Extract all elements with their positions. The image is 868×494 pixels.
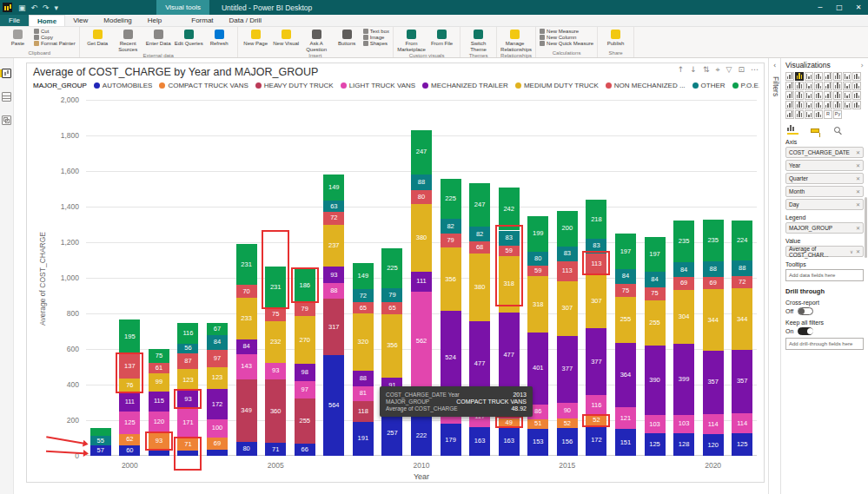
visual-type-icon[interactable] xyxy=(814,82,823,90)
tab-view[interactable]: View xyxy=(65,15,96,26)
visual-type-icon[interactable] xyxy=(833,82,842,90)
visual-type-icon[interactable] xyxy=(795,91,804,100)
tab-home[interactable]: Home xyxy=(29,15,65,26)
visual-type-icon[interactable] xyxy=(852,101,861,109)
ribbon-item-new-page[interactable]: New Page xyxy=(242,29,270,47)
remove-field-icon[interactable]: ✕ xyxy=(856,225,860,231)
field-chip[interactable]: Year✕ xyxy=(785,160,864,171)
visual-type-icon[interactable] xyxy=(843,72,851,81)
ribbon-item-buttons[interactable]: Buttons xyxy=(333,29,361,47)
visual-type-icon[interactable] xyxy=(852,91,861,100)
ribbon-item-manage-relationships[interactable]: Manage Relationships xyxy=(500,29,529,52)
remove-field-icon[interactable]: ✕ xyxy=(856,248,860,254)
visual-type-icon[interactable] xyxy=(852,72,861,81)
expand-next-level-icon[interactable]: ⇅ xyxy=(703,65,710,75)
bar-segment[interactable] xyxy=(207,450,228,456)
bar-2001[interactable]: 93120115996175 xyxy=(149,100,169,456)
visual-type-icon[interactable] xyxy=(843,101,851,109)
bar-2017[interactable]: 1511213642557584197 xyxy=(615,100,636,456)
field-chip[interactable]: Quarter✕ xyxy=(785,173,864,184)
ribbon-item-copy[interactable]: Copy xyxy=(34,35,76,40)
filter-icon[interactable]: ▽ xyxy=(726,65,732,75)
more-options-icon[interactable]: ⋯ xyxy=(751,65,759,75)
field-chip[interactable]: Month✕ xyxy=(785,186,864,197)
redo-icon[interactable]: ↷ xyxy=(43,3,50,12)
legend-item[interactable]: LIGHT TRUCK VANS xyxy=(341,82,415,89)
ribbon-item-new-visual[interactable]: New Visual xyxy=(272,29,301,47)
collapse-pane-icon[interactable]: › xyxy=(861,61,864,69)
visual-type-icon[interactable] xyxy=(805,110,813,119)
visual-type-icon[interactable] xyxy=(814,91,823,100)
ribbon-item-enter-data[interactable]: Enter Data xyxy=(144,29,173,47)
ribbon-item-text-box[interactable]: Text box xyxy=(363,29,389,34)
visual-type-icon[interactable] xyxy=(833,101,842,109)
ribbon-item-from-marketplace[interactable]: From Marketplace xyxy=(397,29,426,52)
bar-2003[interactable]: 69100172123978467 xyxy=(207,100,228,456)
remove-field-icon[interactable]: ✕ xyxy=(856,162,860,168)
pin-visual-icon[interactable]: ⌖ xyxy=(715,65,719,75)
ribbon-item-shapes[interactable]: Shapes xyxy=(363,41,389,46)
visual-type-icon[interactable] xyxy=(843,82,851,90)
ribbon-item-edit-queries[interactable]: Edit Queries xyxy=(175,29,203,47)
visual-type-icon[interactable] xyxy=(795,101,804,109)
stacked-column-chart-visual[interactable]: ↑↓⇅⌖▽⊡⋯ Average of COST_CHARGE by Year a… xyxy=(26,63,765,483)
visual-type-icon[interactable] xyxy=(805,82,813,90)
field-chip[interactable]: MAJOR_GROUP✕ xyxy=(785,222,864,234)
customize-toolbar-icon[interactable]: ▾ xyxy=(55,3,59,12)
report-canvas[interactable]: ↑↓⇅⌖▽⊡⋯ Average of COST_CHARGE by Year a… xyxy=(14,58,768,494)
ribbon-item-new-quick-measure[interactable]: New Quick Measure xyxy=(540,41,593,46)
undo-icon[interactable]: ↶ xyxy=(31,3,38,12)
report-view-icon[interactable] xyxy=(2,69,11,78)
keep-all-filters-toggle[interactable] xyxy=(798,327,813,335)
visual-type-icon[interactable] xyxy=(785,72,794,81)
bar-1999[interactable]: 5755 xyxy=(90,100,111,456)
visual-type-icon[interactable] xyxy=(785,101,794,109)
remove-field-icon[interactable]: ✕ xyxy=(856,149,860,155)
remove-field-icon[interactable]: ✕ xyxy=(856,188,860,194)
visual-type-icon[interactable] xyxy=(785,82,794,90)
bar-2018[interactable]: 1251033902557584197 xyxy=(645,100,666,456)
bar-2021[interactable]: 1251143573447288224 xyxy=(732,100,752,456)
visual-type-icon[interactable] xyxy=(785,91,794,100)
plot-area[interactable]: COST_CHARGE_DATE Year2013MAJOR_GROUPCOMP… xyxy=(86,100,757,456)
visual-type-icon[interactable] xyxy=(814,110,823,119)
bar-2000[interactable]: 606212511176137195 xyxy=(119,100,140,456)
chevron-down-icon[interactable]: ∨ xyxy=(850,249,853,254)
visual-type-icon[interactable] xyxy=(795,72,804,81)
drill-up-icon[interactable]: ↑ xyxy=(678,65,685,75)
visual-type-icon[interactable] xyxy=(833,91,842,100)
ribbon-item-image[interactable]: Image xyxy=(363,35,389,40)
field-chip[interactable]: COST_CHARGE_DATE✕ xyxy=(785,147,864,158)
tab-modeling[interactable]: Modeling xyxy=(96,15,139,26)
tooltips-drop-area[interactable]: Add data fields here xyxy=(785,269,864,281)
bar-segment[interactable] xyxy=(149,450,169,456)
tab-help[interactable]: Help xyxy=(140,15,169,26)
bar-2008[interactable]: 19111881883206572149 xyxy=(353,100,374,456)
model-view-icon[interactable] xyxy=(2,115,11,125)
visual-type-icon[interactable] xyxy=(843,91,851,100)
data-view-icon[interactable] xyxy=(2,92,11,102)
visual-tools-context-tab[interactable]: Visual tools xyxy=(156,0,209,15)
analytics-tab[interactable] xyxy=(834,127,845,135)
format-tab[interactable] xyxy=(811,128,822,135)
bar-segment[interactable] xyxy=(90,428,111,436)
ribbon-item-cut[interactable]: Cut xyxy=(34,29,76,34)
tab-file[interactable]: File xyxy=(0,15,29,26)
legend-item[interactable]: NON MECHANIZED ... xyxy=(606,82,686,89)
ribbon-item-refresh[interactable]: Refresh xyxy=(205,29,234,47)
bar-2004[interactable]: 803491438423370231 xyxy=(236,100,257,456)
tab-format[interactable]: Format xyxy=(183,15,221,26)
ribbon-item-publish[interactable]: Publish xyxy=(601,29,630,47)
ribbon-item-get-data[interactable]: Get Data xyxy=(83,29,112,47)
bar-2015[interactable]: 156529037730711383200 xyxy=(557,100,578,456)
filters-pane-collapsed[interactable]: ‹ Filters xyxy=(768,58,780,494)
visual-type-icon[interactable] xyxy=(824,101,832,109)
focus-mode-icon[interactable]: ⊡ xyxy=(738,65,745,75)
expand-filters-icon[interactable]: ‹ xyxy=(769,62,780,69)
visual-type-icon[interactable] xyxy=(805,72,813,81)
ribbon-item-switch-theme[interactable]: Switch Theme xyxy=(464,29,493,52)
visual-type-icon[interactable] xyxy=(833,72,842,81)
ribbon-item-from-file[interactable]: From File xyxy=(427,29,456,47)
maximize-button[interactable]: □ xyxy=(830,0,849,15)
visual-type-icon[interactable] xyxy=(824,82,832,90)
